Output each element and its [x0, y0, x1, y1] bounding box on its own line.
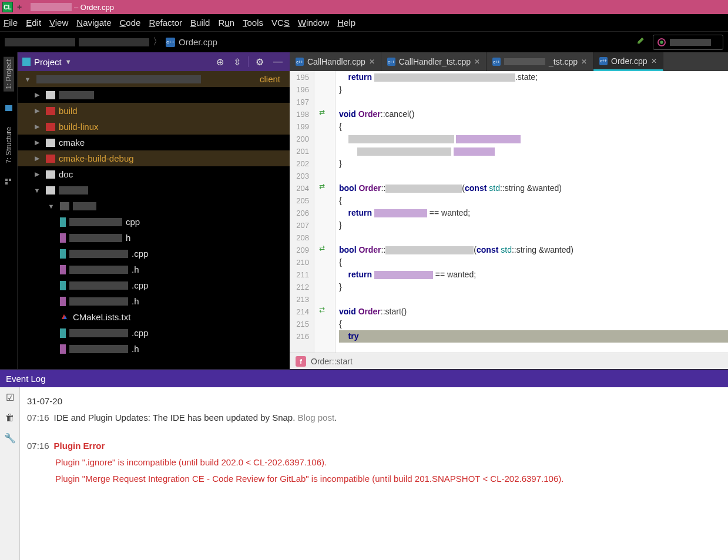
mark-read-icon[interactable]: ☑: [6, 392, 14, 403]
clear-icon[interactable]: 🗑: [5, 413, 15, 423]
log-message: IDE and Plugin Updates: The IDE has been…: [54, 413, 298, 422]
log-error-detail: Plugin ".ignore" is incompatible (until …: [27, 454, 721, 471]
project-strip-icon: [4, 103, 14, 113]
close-icon[interactable]: ✕: [651, 57, 657, 65]
titlebar: CL + – Order.cpp: [0, 0, 728, 14]
menu-help[interactable]: Help: [337, 18, 355, 28]
folder-icon: [46, 91, 55, 99]
close-icon[interactable]: ✕: [474, 58, 480, 66]
vcs-change-icon[interactable]: ⇄: [319, 108, 325, 116]
hide-icon[interactable]: —: [271, 56, 285, 67]
tree-file[interactable]: .cpp: [18, 325, 290, 341]
tree-file-cmakelists[interactable]: CMakeLists.txt: [18, 309, 290, 325]
breadcrumb-sep: 〉: [153, 36, 162, 48]
tab-label: CallHandler_tst.cpp: [399, 57, 471, 66]
redacted-run-config: [670, 39, 711, 46]
tab-callhandler-tst[interactable]: c++ CallHandler_tst.cpp ✕: [381, 52, 487, 71]
menu-edit[interactable]: Edit: [26, 18, 41, 28]
menu-tools[interactable]: Tools: [243, 18, 263, 28]
window-tab[interactable]: – Order.cpp: [25, 0, 120, 14]
vcs-change-icon[interactable]: ⇄: [319, 182, 325, 190]
redacted-path: [79, 38, 149, 46]
left-tool-strip: 1: Project 7: Structure: [0, 52, 18, 369]
tree-file[interactable]: .h: [18, 261, 290, 277]
vcs-change-icon[interactable]: ⇄: [319, 306, 325, 314]
event-log-toolbar: ☑ 🗑 🔧: [0, 387, 20, 560]
folder-icon: [46, 107, 55, 115]
menu-build[interactable]: Build: [190, 18, 210, 28]
tab-order[interactable]: c++ Order.cpp ✕: [593, 52, 663, 71]
menu-window[interactable]: Window: [298, 18, 329, 28]
cpp-file-icon: c++: [387, 58, 395, 66]
svg-rect-3: [5, 179, 8, 181]
editor-breadcrumb[interactable]: f Order::start: [290, 353, 728, 369]
tree-folder-cmake[interactable]: ▶ cmake: [18, 135, 290, 150]
svg-rect-2: [5, 105, 12, 111]
tool-structure[interactable]: 7: Structure: [4, 125, 14, 166]
build-icon[interactable]: [636, 35, 647, 49]
tree-file[interactable]: h: [18, 230, 290, 246]
new-tab-button[interactable]: +: [14, 2, 25, 12]
editor-area: c++ CallHandler.cpp ✕ c++ CallHandler_ts…: [290, 52, 728, 369]
tree-folder-doc[interactable]: ▶ doc: [18, 166, 290, 182]
app-icon: CL: [2, 2, 13, 12]
menu-refactor[interactable]: Refactor: [149, 18, 182, 28]
tree-folder[interactable]: ▼: [18, 198, 290, 214]
tree-file[interactable]: cpp: [18, 214, 290, 230]
breadcrumb-file: Order.cpp: [179, 37, 217, 47]
tree-label: doc: [59, 169, 73, 179]
log-timestamp: 07:16: [27, 438, 49, 454]
locate-icon[interactable]: ⊕: [214, 56, 226, 68]
redacted-path: [5, 38, 75, 46]
close-icon[interactable]: ✕: [369, 58, 375, 66]
event-log-content[interactable]: 31-07-20 07:16 IDE and Plugin Updates: T…: [20, 387, 728, 560]
tree-file[interactable]: .h: [18, 341, 290, 357]
tree-folder[interactable]: ▶: [18, 87, 290, 103]
project-header: Project ▼ ⊕ ⇳ ⚙ —: [18, 52, 290, 71]
tree-file[interactable]: .cpp: [18, 246, 290, 261]
dropdown-icon[interactable]: ▼: [65, 58, 72, 65]
settings-icon[interactable]: ⚙: [253, 56, 266, 68]
menu-view[interactable]: View: [49, 18, 68, 28]
gutter-icons: ⇄ ⇄ ⇄ ⇄: [314, 71, 336, 353]
menu-code[interactable]: Code: [120, 18, 141, 28]
tree-file[interactable]: .h: [18, 293, 290, 309]
tree-root[interactable]: ▼ client: [18, 71, 290, 87]
tree-folder[interactable]: ▼: [18, 182, 290, 198]
close-icon[interactable]: ✕: [581, 58, 587, 66]
breadcrumb[interactable]: 〉 c++ Order.cpp: [5, 36, 217, 48]
tree-folder-build-linux[interactable]: ▶ build-linux: [18, 119, 290, 135]
cpp-file-icon: c++: [296, 58, 304, 66]
log-timestamp: 07:16: [27, 410, 49, 426]
event-log-panel: Event Log ☑ 🗑 🔧 31-07-20 07:16 IDE and P…: [0, 369, 728, 560]
editor-tabs: c++ CallHandler.cpp ✕ c++ CallHandler_ts…: [290, 52, 728, 71]
cpp-file-icon: c++: [166, 38, 175, 47]
tree-folder-build[interactable]: ▶ build: [18, 103, 290, 119]
window-title: – Order.cpp: [74, 3, 114, 12]
folder-icon: [46, 139, 55, 147]
project-tree[interactable]: ▼ client ▶ ▶ build ▶ build-linux ▶ cmake: [18, 71, 290, 369]
tab-callhandler[interactable]: c++ CallHandler.cpp ✕: [290, 52, 381, 71]
menu-vcs[interactable]: VCS: [271, 18, 290, 28]
tree-file[interactable]: .cpp: [18, 277, 290, 293]
vcs-change-icon[interactable]: ⇄: [319, 244, 325, 252]
menubar: File Edit View Navigate Code Refactor Bu…: [0, 14, 728, 32]
run-config-selector[interactable]: [653, 35, 723, 50]
menu-run[interactable]: Run: [218, 18, 234, 28]
event-log-header[interactable]: Event Log: [0, 370, 728, 387]
menu-navigate[interactable]: Navigate: [76, 18, 111, 28]
project-panel: Project ▼ ⊕ ⇳ ⚙ — ▼ client ▶ ▶: [18, 52, 290, 369]
function-badge-icon: f: [296, 356, 306, 367]
menu-file[interactable]: File: [4, 18, 18, 28]
tab-redacted-tst[interactable]: c++ _tst.cpp ✕: [487, 52, 593, 71]
tool-project[interactable]: 1: Project: [4, 57, 14, 92]
settings-icon[interactable]: 🔧: [4, 432, 16, 444]
log-link[interactable]: Blog post: [298, 413, 335, 422]
navigation-bar: 〉 c++ Order.cpp: [0, 32, 728, 52]
line-gutter: 195196197 198199200 201202203 204205206 …: [290, 71, 314, 353]
log-error-detail: Plugin "Merge Request Integration CE - C…: [27, 471, 721, 487]
tree-folder-cmake-build-debug[interactable]: ▶ cmake-build-debug: [18, 150, 290, 166]
collapse-icon[interactable]: ⇳: [231, 56, 243, 68]
code-editor[interactable]: 195196197 198199200 201202203 204205206 …: [290, 71, 728, 353]
code-body[interactable]: return .state; } void Order::cancel() { …: [336, 71, 728, 353]
